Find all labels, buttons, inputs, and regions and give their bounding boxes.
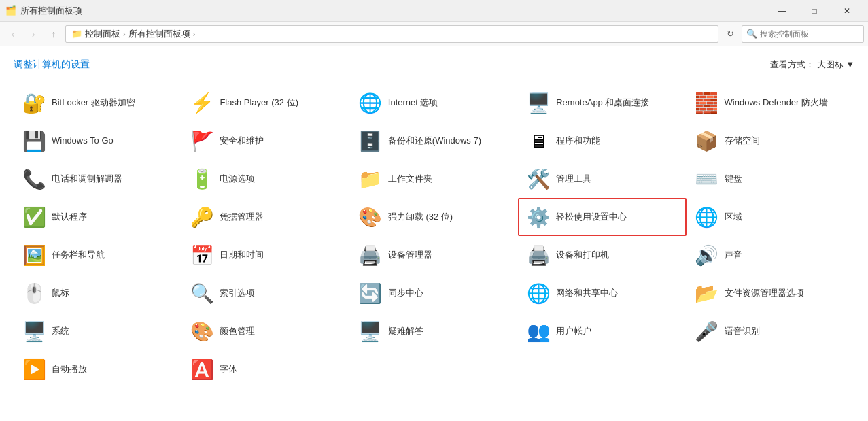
grid-item[interactable]: 🖨️设备和打印机 xyxy=(518,236,686,274)
item-icon: 💾 xyxy=(22,129,46,153)
grid-item[interactable]: 🖱️鼠标 xyxy=(14,274,181,312)
window-icon: 🗂️ xyxy=(5,5,16,16)
grid-item[interactable]: 🧱Windows Defender 防火墙 xyxy=(687,84,854,122)
path-sep2: › xyxy=(193,30,196,38)
grid-item[interactable]: 🖥️RemoteApp 和桌面连接 xyxy=(518,84,686,122)
grid-item[interactable]: 📅日期和时间 xyxy=(181,236,349,274)
grid-item[interactable]: 🎨强力卸载 (32 位) xyxy=(350,198,518,236)
back-button[interactable]: ‹ xyxy=(4,25,22,43)
grid-item[interactable]: 🅰️字体 xyxy=(181,350,349,388)
grid-item[interactable]: 📦存储空间 xyxy=(687,122,854,160)
item-icon: 🖥️ xyxy=(22,319,46,343)
grid-item[interactable]: 🖥️疑难解答 xyxy=(350,312,518,350)
grid-item[interactable]: 🖼️任务栏和导航 xyxy=(14,236,181,274)
up-button[interactable]: ↑ xyxy=(45,25,63,43)
grid-item[interactable]: 🖨️设备管理器 xyxy=(350,236,518,274)
item-icon: 🎨 xyxy=(190,319,214,343)
item-label: BitLocker 驱动器加密 xyxy=(52,97,135,109)
maximize-button[interactable]: □ xyxy=(799,0,830,22)
item-icon: 🧱 xyxy=(695,90,719,115)
title-bar: 🗂️ 所有控制面板项 — □ ✕ xyxy=(0,0,868,22)
item-icon: 🗄️ xyxy=(358,129,383,153)
content-area: 调整计算机的设置 查看方式： 大图标 ▼ 🔐BitLocker 驱动器加密⚡Fl… xyxy=(0,46,868,421)
item-icon: 🌐 xyxy=(358,90,383,115)
search-box[interactable]: 🔍 xyxy=(742,25,864,43)
item-icon: 🎤 xyxy=(695,319,719,343)
grid-item[interactable]: ✅默认程序 xyxy=(14,198,181,236)
item-label: 任务栏和导航 xyxy=(52,250,105,261)
grid-item[interactable]: ⚙️轻松使用设置中心 xyxy=(518,198,686,236)
grid-item[interactable]: 🌐区域 xyxy=(687,198,854,236)
grid-item[interactable]: 🔄同步中心 xyxy=(350,274,518,312)
view-mode-value[interactable]: 大图标 ▼ xyxy=(817,58,854,71)
grid-item[interactable]: 🌐网络和共享中心 xyxy=(518,274,686,312)
minimize-button[interactable]: — xyxy=(766,0,797,22)
grid-item[interactable]: ⌨️键盘 xyxy=(687,160,854,198)
grid-item[interactable]: 📁工作文件夹 xyxy=(350,160,518,198)
item-label: Windows Defender 防火墙 xyxy=(725,97,828,109)
search-input[interactable] xyxy=(760,29,859,39)
close-button[interactable]: ✕ xyxy=(831,0,863,22)
grid-item[interactable]: 🌐Internet 选项 xyxy=(350,84,518,122)
page-title[interactable]: 调整计算机的设置 xyxy=(14,58,90,71)
grid-item[interactable]: 🔍索引选项 xyxy=(181,274,349,312)
grid-item[interactable]: 🎨颜色管理 xyxy=(181,312,349,350)
items-grid: 🔐BitLocker 驱动器加密⚡Flash Player (32 位)🌐Int… xyxy=(14,84,854,388)
item-label: 管理工具 xyxy=(556,173,591,185)
item-label: 电源选项 xyxy=(220,173,255,185)
grid-item[interactable]: 🔐BitLocker 驱动器加密 xyxy=(14,84,181,122)
item-label: 轻松使用设置中心 xyxy=(556,212,627,223)
view-mode-selector[interactable]: 查看方式： 大图标 ▼ xyxy=(770,58,854,71)
page-header: 调整计算机的设置 查看方式： 大图标 ▼ xyxy=(14,53,854,75)
item-label: 自动播放 xyxy=(52,364,87,375)
grid-item[interactable]: 🔊声音 xyxy=(687,236,854,274)
item-label: 程序和功能 xyxy=(556,135,600,147)
path-control-panel[interactable]: 控制面板 xyxy=(85,28,120,40)
grid-item[interactable]: 👥用户帐户 xyxy=(518,312,686,350)
grid-item[interactable]: 🖥️系统 xyxy=(14,312,181,350)
item-icon: 📞 xyxy=(22,167,46,191)
grid-item[interactable]: 🖥程序和功能 xyxy=(518,122,686,160)
forward-button[interactable]: › xyxy=(24,25,42,43)
view-mode-label: 查看方式： xyxy=(770,58,814,71)
item-icon: ✅ xyxy=(22,205,46,229)
item-label: 设备管理器 xyxy=(388,250,432,261)
path-all-items[interactable]: 所有控制面板项 xyxy=(128,28,190,40)
grid-item[interactable]: 🎤语音识别 xyxy=(687,312,854,350)
grid-item[interactable]: 🔋电源选项 xyxy=(181,160,349,198)
item-label: 设备和打印机 xyxy=(556,250,609,261)
item-label: 鼠标 xyxy=(52,288,69,299)
item-label: 声音 xyxy=(725,250,742,261)
title-bar-controls: — □ ✕ xyxy=(766,0,863,22)
grid-item[interactable]: 📞电话和调制解调器 xyxy=(14,160,181,198)
item-label: 电话和调制解调器 xyxy=(52,173,122,185)
grid-item[interactable]: 🗄️备份和还原(Windows 7) xyxy=(350,122,518,160)
item-icon: 🌐 xyxy=(526,281,551,305)
item-icon: 📅 xyxy=(190,243,214,267)
grid-item[interactable]: ⚡Flash Player (32 位) xyxy=(181,84,349,122)
grid-item[interactable]: 🚩安全和维护 xyxy=(181,122,349,160)
item-label: 文件资源管理器选项 xyxy=(725,288,804,299)
grid-item[interactable]: 📂文件资源管理器选项 xyxy=(687,274,854,312)
item-label: 网络和共享中心 xyxy=(556,288,618,299)
grid-item[interactable]: 💾Windows To Go xyxy=(14,122,181,160)
item-icon: 🖥️ xyxy=(358,319,383,343)
item-label: 颜色管理 xyxy=(220,326,255,337)
grid-item[interactable]: ▶️自动播放 xyxy=(14,350,181,388)
grid-item[interactable]: 🔑凭据管理器 xyxy=(181,198,349,236)
grid-item[interactable]: 🛠️管理工具 xyxy=(518,160,686,198)
item-icon: ▶️ xyxy=(22,357,46,382)
content: 调整计算机的设置 查看方式： 大图标 ▼ 🔐BitLocker 驱动器加密⚡Fl… xyxy=(0,46,868,395)
item-label: 疑难解答 xyxy=(388,326,423,337)
item-icon: 🔐 xyxy=(22,90,46,115)
item-label: 同步中心 xyxy=(388,288,423,299)
item-icon: 🖨️ xyxy=(358,243,383,267)
item-icon: 🖥️ xyxy=(526,90,551,115)
item-label: RemoteApp 和桌面连接 xyxy=(556,97,649,109)
item-label: 区域 xyxy=(725,212,742,223)
path-folder-icon: 📁 xyxy=(71,29,82,39)
item-icon: ⚙️ xyxy=(526,205,551,229)
item-label: 语音识别 xyxy=(725,326,760,337)
item-icon: ⚡ xyxy=(190,90,214,115)
refresh-button[interactable]: ↻ xyxy=(721,25,739,43)
